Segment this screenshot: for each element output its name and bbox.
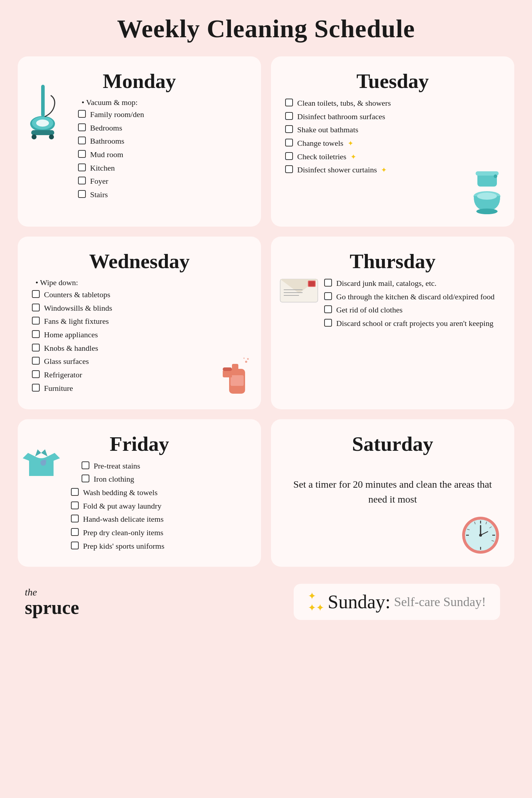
monday-section-label: • Vacuum & mop:	[82, 98, 247, 107]
envelope-icon	[279, 276, 318, 305]
checkbox[interactable]	[32, 317, 40, 325]
checkbox[interactable]	[324, 305, 332, 313]
list-item: Glass surfaces	[32, 356, 247, 367]
svg-point-3	[36, 120, 49, 127]
list-item: Prep kids' sports uniforms	[71, 541, 247, 552]
wednesday-checklist: Counters & tabletops Windowsills & blind…	[32, 289, 247, 394]
thursday-card: Thursday Discard junk mail, catalogs, et…	[271, 237, 514, 409]
checkbox[interactable]	[285, 165, 293, 173]
thursday-content: Discard junk mail, catalogs, etc. Go thr…	[324, 278, 500, 329]
checkbox[interactable]	[32, 344, 40, 351]
toilet-icon	[470, 171, 506, 218]
checkbox[interactable]	[32, 370, 40, 378]
wednesday-section-label: • Wipe down:	[35, 278, 247, 287]
checkbox[interactable]	[324, 319, 332, 327]
sunday-banner: ✦✦✦ Sunday: Self-care Sunday!	[294, 584, 500, 620]
list-item: Check toiletries ✦	[285, 151, 500, 162]
checkbox[interactable]	[78, 150, 86, 158]
checkbox[interactable]	[32, 290, 40, 298]
thursday-title: Thursday	[285, 249, 500, 273]
list-item: Bathrooms	[78, 136, 247, 146]
monday-card: Monday • Vacuum & mop:	[18, 56, 261, 227]
saturday-card: Saturday Set a timer for 20 minutes and …	[271, 419, 514, 567]
brand-the: the	[25, 587, 79, 598]
checkbox[interactable]	[78, 164, 86, 171]
list-item: Clean toilets, tubs, & showers	[285, 98, 500, 109]
checkbox[interactable]	[324, 292, 332, 300]
checkbox[interactable]	[71, 501, 79, 509]
list-item: Pre-treat stains	[82, 461, 247, 471]
svg-point-28	[44, 459, 46, 462]
checkbox[interactable]	[285, 152, 293, 160]
checkbox[interactable]	[32, 304, 40, 311]
list-item: Furniture	[32, 383, 247, 394]
svg-point-5	[32, 134, 37, 139]
checkbox[interactable]	[32, 330, 40, 338]
wednesday-title: Wednesday	[32, 249, 247, 273]
list-item: Foyer	[78, 176, 247, 187]
checkbox[interactable]	[71, 488, 79, 496]
svg-point-17	[245, 361, 247, 363]
list-item: Stairs	[78, 189, 247, 200]
thursday-checklist: Discard junk mail, catalogs, etc. Go thr…	[324, 278, 500, 329]
checkbox[interactable]	[82, 475, 89, 482]
list-item: Fans & light fixtures	[32, 316, 247, 327]
brand-logo: the spruce	[25, 587, 79, 617]
clock-icon	[461, 516, 500, 556]
list-item: Disinfect bathroom surfaces	[285, 111, 500, 122]
vacuum-icon	[24, 85, 61, 143]
checkbox[interactable]	[285, 125, 293, 133]
shirt-icon	[23, 442, 60, 481]
friday-checklist: Wash bedding & towels Fold & put away la…	[71, 487, 247, 551]
list-item: Shake out bathmats	[285, 124, 500, 135]
svg-rect-15	[232, 364, 238, 370]
checkbox[interactable]	[285, 139, 293, 146]
checkbox[interactable]	[324, 279, 332, 287]
list-item: Wash bedding & towels	[71, 487, 247, 498]
friday-title: Friday	[32, 432, 247, 456]
tuesday-checklist: Clean toilets, tubs, & showers Disinfect…	[285, 98, 500, 175]
tuesday-title: Tuesday	[285, 69, 500, 93]
wednesday-card: Wednesday • Wipe down: Count	[18, 237, 261, 409]
list-item: Change towels ✦	[285, 138, 500, 149]
bottom-bar: the spruce ✦✦✦ Sunday: Self-care Sunday!	[18, 577, 514, 624]
friday-indented-checklist: Pre-treat stains Iron clothing	[82, 461, 247, 484]
sunday-selfcare-text: Self-care Sunday!	[394, 594, 486, 609]
checkbox[interactable]	[285, 99, 293, 106]
friday-content: Pre-treat stains Iron clothing Wash bedd…	[71, 461, 247, 552]
checkbox[interactable]	[78, 190, 86, 198]
list-item: Windowsills & blinds	[32, 303, 247, 314]
list-item: Hand-wash delicate items	[71, 514, 247, 525]
checkbox[interactable]	[71, 515, 79, 522]
list-item: Counters & tabletops	[32, 289, 247, 300]
svg-rect-4	[31, 130, 54, 135]
checkbox[interactable]	[32, 357, 40, 365]
list-item: Prep dry clean-only items	[71, 527, 247, 538]
sunday-day-label: Sunday:	[328, 591, 390, 613]
checkbox[interactable]	[71, 528, 79, 536]
list-item: Knobs & handles	[32, 343, 247, 354]
monday-title: Monday	[32, 69, 247, 93]
checkbox[interactable]	[78, 110, 86, 118]
list-item: Home appliances	[32, 329, 247, 340]
checkbox[interactable]	[32, 384, 40, 392]
list-item: Disinfect shower curtains ✦	[285, 165, 500, 175]
saturday-text: Set a timer for 20 minutes and clean the…	[285, 477, 500, 507]
list-item: Bedrooms	[78, 123, 247, 133]
brand-name: spruce	[25, 598, 79, 617]
checkbox[interactable]	[78, 137, 86, 144]
checkbox[interactable]	[78, 123, 86, 131]
svg-point-42	[479, 534, 482, 537]
svg-rect-0	[41, 85, 45, 117]
list-item: Discard school or craft projects you are…	[324, 318, 500, 329]
list-item: Mud room	[78, 149, 247, 160]
checkbox[interactable]	[285, 112, 293, 120]
svg-point-6	[49, 134, 54, 139]
saturday-title: Saturday	[285, 432, 500, 456]
checkbox[interactable]	[78, 177, 86, 184]
svg-point-10	[477, 193, 497, 200]
checkbox[interactable]	[71, 542, 79, 549]
list-item: Kitchen	[78, 163, 247, 173]
svg-point-18	[247, 358, 249, 360]
checkbox[interactable]	[82, 461, 89, 469]
